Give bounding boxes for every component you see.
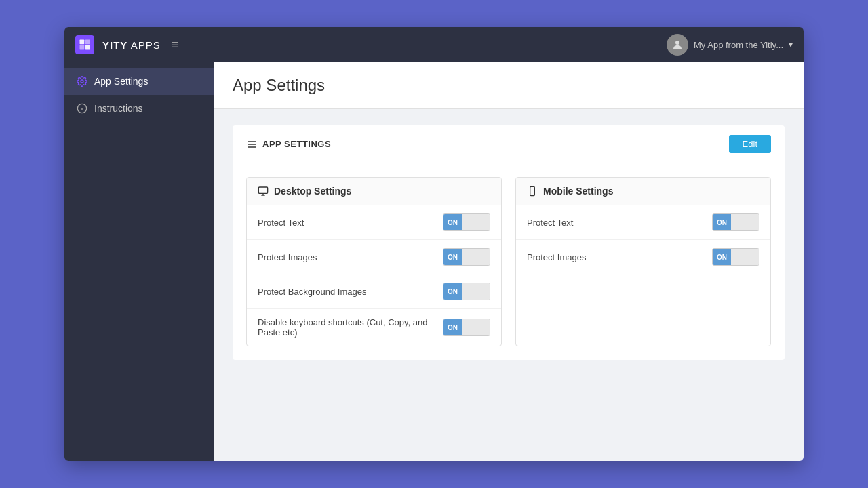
desktop-disable-keyboard-row: Disable keyboard shortcuts (Cut, Copy, a…: [247, 309, 501, 346]
sidebar-item-instructions[interactable]: Instructions: [64, 95, 214, 122]
settings-grid: Desktop Settings Protect Text ON Prot: [233, 163, 785, 360]
toggle-on-label: ON: [443, 319, 462, 336]
mobile-settings-panel: Mobile Settings Protect Text ON Prote: [515, 177, 771, 346]
svg-rect-3: [85, 45, 90, 50]
mobile-protect-text-toggle[interactable]: ON: [712, 214, 760, 231]
mobile-panel-title: Mobile Settings: [543, 186, 613, 197]
app-window: YITY APPS ≡ My App from the Yitiy... ▾ A…: [64, 27, 804, 461]
section-title-text: APP SETTINGS: [262, 139, 331, 149]
desktop-protect-images-toggle[interactable]: ON: [443, 248, 490, 266]
navbar-right: My App from the Yitiy... ▾: [667, 34, 793, 56]
chevron-down-icon[interactable]: ▾: [789, 40, 793, 49]
section-title: APP SETTINGS: [246, 139, 331, 150]
navbar-left: YITY APPS ≡: [75, 35, 178, 54]
desktop-panel-header: Desktop Settings: [247, 178, 501, 205]
brand-rest: APPS: [127, 39, 160, 51]
svg-point-5: [81, 80, 83, 83]
app-settings-card: APP SETTINGS Edit: [233, 125, 785, 360]
user-avatar: [667, 34, 688, 56]
brand-bold: YITY: [102, 39, 127, 51]
svg-rect-2: [80, 45, 85, 50]
svg-rect-1: [85, 40, 90, 45]
desktop-protect-text-toggle[interactable]: ON: [443, 214, 490, 231]
list-icon: [246, 139, 257, 150]
sidebar-item-label-instructions: Instructions: [94, 103, 143, 114]
edit-button[interactable]: Edit: [729, 135, 771, 153]
logo-box: [75, 35, 94, 54]
hamburger-icon[interactable]: ≡: [172, 38, 179, 52]
toggle-off-area: [731, 214, 759, 230]
page-header: App Settings: [214, 62, 804, 109]
desktop-protect-bg-images-label: Protect Background Images: [258, 287, 366, 297]
sidebar-item-label-app-settings: App Settings: [94, 76, 148, 87]
toggle-on-label: ON: [443, 214, 462, 230]
main-content: App Settings APP SETTINGS Edit: [214, 62, 804, 461]
toggle-off-area: [731, 249, 759, 265]
svg-rect-12: [258, 187, 267, 193]
desktop-disable-keyboard-toggle[interactable]: ON: [443, 319, 490, 336]
section-header: APP SETTINGS Edit: [233, 125, 785, 163]
page-body: APP SETTINGS Edit: [214, 109, 804, 390]
desktop-protect-images-label: Protect Images: [258, 252, 317, 262]
sidebar: App Settings Instructions: [64, 62, 214, 461]
toggle-on-label: ON: [443, 283, 462, 300]
mobile-protect-images-label: Protect Images: [527, 252, 586, 262]
app-body: App Settings Instructions App Settings: [64, 62, 804, 461]
desktop-disable-keyboard-label: Disable keyboard shortcuts (Cut, Copy, a…: [258, 317, 443, 338]
desktop-panel-title: Desktop Settings: [274, 186, 351, 197]
desktop-protect-bg-images-row: Protect Background Images ON: [247, 274, 501, 309]
sidebar-item-app-settings[interactable]: App Settings: [64, 68, 214, 95]
brand-text: YITY APPS: [102, 39, 161, 51]
toggle-on-label: ON: [443, 249, 462, 265]
toggle-off-area: [462, 249, 490, 265]
page-title: App Settings: [233, 76, 785, 95]
mobile-protect-images-toggle[interactable]: ON: [712, 248, 760, 266]
toggle-off-area: [462, 214, 490, 230]
desktop-settings-panel: Desktop Settings Protect Text ON Prot: [246, 177, 502, 346]
desktop-protect-text-row: Protect Text ON: [247, 205, 501, 240]
mobile-protect-text-label: Protect Text: [527, 218, 573, 228]
desktop-protect-text-label: Protect Text: [258, 218, 304, 228]
monitor-icon: [258, 186, 269, 197]
user-label: My App from the Yitiy...: [694, 40, 783, 50]
toggle-on-label: ON: [713, 214, 731, 230]
toggle-off-area: [462, 283, 490, 300]
mobile-icon: [527, 186, 538, 197]
desktop-protect-bg-images-toggle[interactable]: ON: [443, 283, 490, 300]
desktop-protect-images-row: Protect Images ON: [247, 240, 501, 274]
svg-point-4: [675, 41, 679, 45]
svg-rect-0: [80, 40, 85, 45]
mobile-protect-text-row: Protect Text ON: [516, 205, 770, 240]
mobile-panel-header: Mobile Settings: [516, 178, 770, 205]
toggle-on-label: ON: [713, 249, 731, 265]
navbar: YITY APPS ≡ My App from the Yitiy... ▾: [64, 27, 804, 62]
toggle-off-area: [462, 319, 490, 336]
mobile-protect-images-row: Protect Images ON: [516, 240, 770, 274]
